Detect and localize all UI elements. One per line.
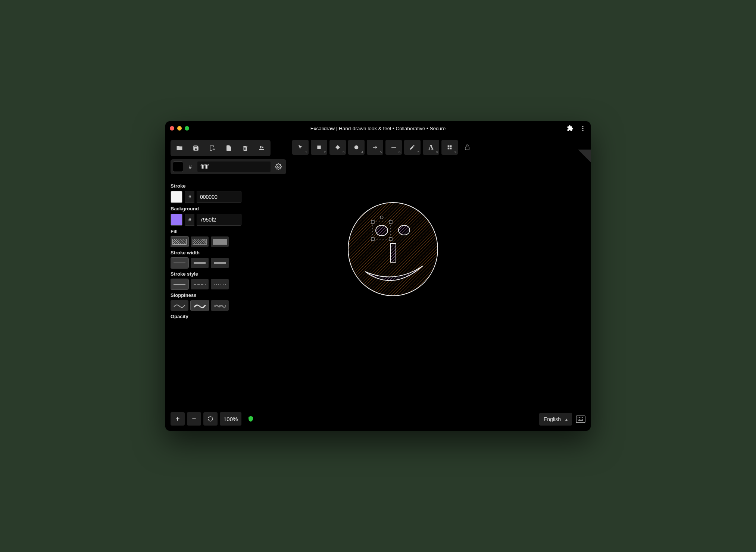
svg-rect-11 bbox=[450, 148, 452, 150]
tool-draw[interactable]: 7 bbox=[404, 140, 421, 155]
svg-rect-9 bbox=[450, 145, 452, 147]
svg-rect-8 bbox=[448, 145, 450, 147]
zoom-in-button[interactable] bbox=[171, 412, 185, 426]
stroke-width-thin[interactable] bbox=[171, 258, 188, 268]
fill-solid[interactable] bbox=[211, 236, 229, 247]
background-label: Background bbox=[171, 206, 285, 211]
zoom-value[interactable]: 100% bbox=[220, 412, 241, 426]
stroke-width-medium[interactable] bbox=[191, 258, 209, 268]
svg-point-3 bbox=[260, 146, 262, 148]
footer-left: 100% bbox=[171, 412, 254, 426]
tool-ellipse[interactable]: 4 bbox=[348, 140, 365, 155]
sloppiness-architect[interactable] bbox=[171, 300, 188, 311]
stroke-style-solid[interactable] bbox=[171, 279, 188, 289]
collaborate-button[interactable] bbox=[254, 141, 269, 155]
sloppiness-label: Sloppiness bbox=[171, 292, 285, 298]
stroke-color-input[interactable] bbox=[197, 191, 241, 203]
sloppiness-cartoonist[interactable] bbox=[211, 300, 229, 311]
svg-point-2 bbox=[582, 130, 584, 131]
browser-menu-icon[interactable] bbox=[580, 125, 586, 132]
stroke-label: Stroke bbox=[171, 183, 285, 189]
save-button[interactable] bbox=[188, 141, 203, 155]
maximize-window-button[interactable] bbox=[185, 126, 189, 131]
svg-point-16 bbox=[376, 225, 388, 236]
canvas-background-row: # bbox=[171, 159, 286, 174]
language-select[interactable]: English bbox=[539, 413, 572, 426]
stroke-width-thick[interactable] bbox=[211, 258, 229, 268]
close-window-button[interactable] bbox=[170, 126, 174, 131]
properties-panel[interactable]: Stroke # Background # Fill Stroke width bbox=[171, 180, 286, 355]
shape-toolbar: 1 2 3 4 5 6 7 A 8 bbox=[292, 140, 471, 155]
fill-hachure[interactable] bbox=[171, 236, 188, 247]
svg-rect-20 bbox=[389, 220, 392, 223]
svg-point-1 bbox=[582, 128, 584, 129]
encryption-shield-icon[interactable] bbox=[247, 415, 254, 422]
hash-label: # bbox=[185, 164, 195, 170]
stroke-width-label: Stroke width bbox=[171, 250, 285, 255]
settings-icon[interactable] bbox=[273, 163, 284, 170]
app-surface: # 1 2 3 4 5 bbox=[165, 135, 591, 431]
canvas-drawing[interactable] bbox=[344, 199, 441, 299]
svg-point-5 bbox=[278, 166, 279, 168]
stroke-color-swatch[interactable] bbox=[171, 191, 182, 203]
svg-rect-10 bbox=[448, 148, 450, 150]
clear-canvas-button[interactable] bbox=[238, 141, 253, 155]
file-toolbar bbox=[171, 140, 271, 156]
svg-rect-12 bbox=[465, 147, 469, 150]
zoom-reset-button[interactable] bbox=[203, 412, 218, 426]
open-button[interactable] bbox=[172, 141, 187, 155]
export-button[interactable] bbox=[221, 141, 236, 155]
background-color-input[interactable] bbox=[197, 214, 241, 226]
traffic-lights bbox=[170, 126, 189, 131]
zoom-out-button[interactable] bbox=[187, 412, 201, 426]
fill-label: Fill bbox=[171, 229, 285, 234]
titlebar: Excalidraw | Hand-drawn look & feel • Co… bbox=[165, 121, 591, 135]
tool-text[interactable]: A 8 bbox=[423, 140, 439, 155]
stroke-style-label: Stroke style bbox=[171, 271, 285, 277]
svg-point-0 bbox=[582, 126, 584, 127]
footer-right: English ▲ bbox=[539, 413, 585, 426]
opacity-label: Opacity bbox=[171, 314, 285, 319]
svg-rect-24 bbox=[391, 244, 396, 262]
svg-rect-22 bbox=[389, 238, 392, 241]
tool-selection[interactable]: 1 bbox=[292, 140, 309, 155]
tool-diamond[interactable]: 3 bbox=[329, 140, 346, 155]
stroke-style-dotted[interactable] bbox=[211, 279, 229, 289]
canvas-color-swatch[interactable] bbox=[173, 161, 183, 172]
svg-point-4 bbox=[262, 147, 263, 148]
lock-icon[interactable] bbox=[464, 144, 471, 151]
extensions-icon[interactable] bbox=[567, 125, 574, 132]
tool-arrow[interactable]: 5 bbox=[367, 140, 383, 155]
app-window: Excalidraw | Hand-drawn look & feel • Co… bbox=[165, 121, 591, 431]
svg-rect-19 bbox=[371, 220, 374, 223]
background-color-swatch[interactable] bbox=[171, 214, 182, 226]
window-title: Excalidraw | Hand-drawn look & feel • Co… bbox=[165, 126, 591, 131]
github-corner[interactable] bbox=[578, 150, 591, 162]
canvas-color-input[interactable] bbox=[197, 161, 271, 172]
save-as-button[interactable] bbox=[205, 141, 220, 155]
svg-point-7 bbox=[354, 145, 359, 150]
keyboard-shortcuts-icon[interactable] bbox=[576, 415, 585, 423]
stroke-style-dashed[interactable] bbox=[191, 279, 209, 289]
minimize-window-button[interactable] bbox=[177, 126, 182, 131]
fill-crosshatch[interactable] bbox=[191, 236, 209, 247]
sloppiness-artist[interactable] bbox=[191, 300, 209, 311]
tool-rectangle[interactable]: 2 bbox=[311, 140, 327, 155]
svg-rect-21 bbox=[371, 238, 374, 241]
svg-point-17 bbox=[399, 225, 410, 235]
svg-rect-6 bbox=[317, 145, 321, 149]
tool-line[interactable]: 6 bbox=[385, 140, 402, 155]
tool-library[interactable]: 9 bbox=[441, 140, 458, 155]
